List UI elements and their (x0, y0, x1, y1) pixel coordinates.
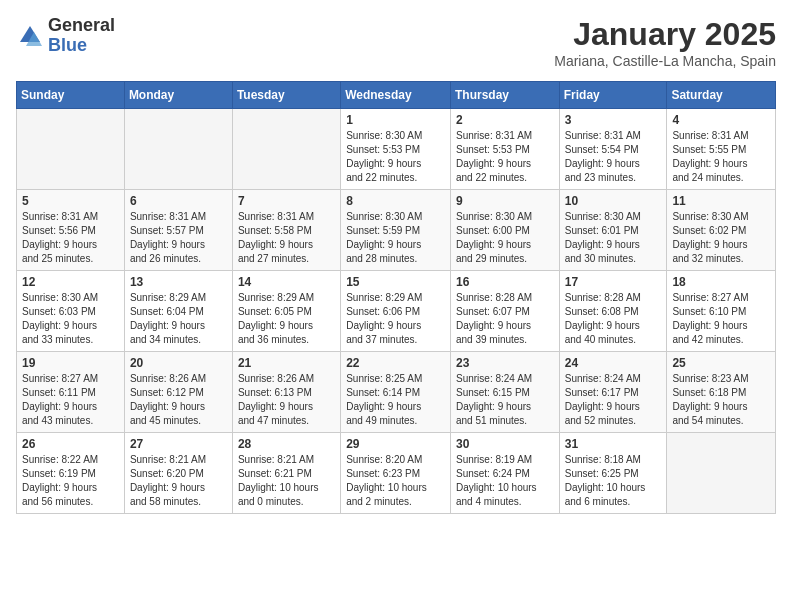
day-info: Sunrise: 8:31 AM Sunset: 5:55 PM Dayligh… (672, 129, 770, 185)
page: General Blue January 2025 Mariana, Casti… (0, 0, 792, 612)
column-header-tuesday: Tuesday (232, 82, 340, 109)
week-row-2: 5Sunrise: 8:31 AM Sunset: 5:56 PM Daylig… (17, 190, 776, 271)
logo-blue-text: Blue (48, 36, 115, 56)
day-cell: 1Sunrise: 8:30 AM Sunset: 5:53 PM Daylig… (341, 109, 451, 190)
day-cell: 21Sunrise: 8:26 AM Sunset: 6:13 PM Dayli… (232, 352, 340, 433)
month-title: January 2025 (554, 16, 776, 53)
day-number: 9 (456, 194, 554, 208)
day-info: Sunrise: 8:28 AM Sunset: 6:08 PM Dayligh… (565, 291, 662, 347)
day-cell: 26Sunrise: 8:22 AM Sunset: 6:19 PM Dayli… (17, 433, 125, 514)
column-header-sunday: Sunday (17, 82, 125, 109)
day-info: Sunrise: 8:30 AM Sunset: 6:02 PM Dayligh… (672, 210, 770, 266)
day-number: 18 (672, 275, 770, 289)
day-cell: 7Sunrise: 8:31 AM Sunset: 5:58 PM Daylig… (232, 190, 340, 271)
day-number: 27 (130, 437, 227, 451)
day-cell: 11Sunrise: 8:30 AM Sunset: 6:02 PM Dayli… (667, 190, 776, 271)
logo-text: General Blue (48, 16, 115, 56)
day-cell: 16Sunrise: 8:28 AM Sunset: 6:07 PM Dayli… (450, 271, 559, 352)
day-cell (124, 109, 232, 190)
day-number: 7 (238, 194, 335, 208)
day-cell (667, 433, 776, 514)
day-cell: 18Sunrise: 8:27 AM Sunset: 6:10 PM Dayli… (667, 271, 776, 352)
day-cell: 12Sunrise: 8:30 AM Sunset: 6:03 PM Dayli… (17, 271, 125, 352)
day-number: 17 (565, 275, 662, 289)
day-number: 31 (565, 437, 662, 451)
day-number: 3 (565, 113, 662, 127)
day-cell: 8Sunrise: 8:30 AM Sunset: 5:59 PM Daylig… (341, 190, 451, 271)
day-cell: 4Sunrise: 8:31 AM Sunset: 5:55 PM Daylig… (667, 109, 776, 190)
day-number: 14 (238, 275, 335, 289)
day-number: 4 (672, 113, 770, 127)
day-info: Sunrise: 8:21 AM Sunset: 6:20 PM Dayligh… (130, 453, 227, 509)
day-number: 13 (130, 275, 227, 289)
day-number: 1 (346, 113, 445, 127)
day-info: Sunrise: 8:19 AM Sunset: 6:24 PM Dayligh… (456, 453, 554, 509)
day-cell: 23Sunrise: 8:24 AM Sunset: 6:15 PM Dayli… (450, 352, 559, 433)
title-block: January 2025 Mariana, Castille-La Mancha… (554, 16, 776, 69)
day-info: Sunrise: 8:26 AM Sunset: 6:12 PM Dayligh… (130, 372, 227, 428)
day-info: Sunrise: 8:27 AM Sunset: 6:11 PM Dayligh… (22, 372, 119, 428)
day-cell: 15Sunrise: 8:29 AM Sunset: 6:06 PM Dayli… (341, 271, 451, 352)
day-number: 19 (22, 356, 119, 370)
day-cell (17, 109, 125, 190)
day-info: Sunrise: 8:26 AM Sunset: 6:13 PM Dayligh… (238, 372, 335, 428)
day-number: 23 (456, 356, 554, 370)
day-cell: 9Sunrise: 8:30 AM Sunset: 6:00 PM Daylig… (450, 190, 559, 271)
logo: General Blue (16, 16, 115, 56)
logo-general-text: General (48, 16, 115, 36)
day-number: 21 (238, 356, 335, 370)
day-info: Sunrise: 8:25 AM Sunset: 6:14 PM Dayligh… (346, 372, 445, 428)
day-info: Sunrise: 8:30 AM Sunset: 5:53 PM Dayligh… (346, 129, 445, 185)
day-number: 6 (130, 194, 227, 208)
day-cell (232, 109, 340, 190)
day-cell: 17Sunrise: 8:28 AM Sunset: 6:08 PM Dayli… (559, 271, 667, 352)
day-cell: 20Sunrise: 8:26 AM Sunset: 6:12 PM Dayli… (124, 352, 232, 433)
day-number: 8 (346, 194, 445, 208)
day-info: Sunrise: 8:24 AM Sunset: 6:17 PM Dayligh… (565, 372, 662, 428)
day-cell: 6Sunrise: 8:31 AM Sunset: 5:57 PM Daylig… (124, 190, 232, 271)
day-cell: 3Sunrise: 8:31 AM Sunset: 5:54 PM Daylig… (559, 109, 667, 190)
day-cell: 10Sunrise: 8:30 AM Sunset: 6:01 PM Dayli… (559, 190, 667, 271)
day-info: Sunrise: 8:29 AM Sunset: 6:04 PM Dayligh… (130, 291, 227, 347)
location-title: Mariana, Castille-La Mancha, Spain (554, 53, 776, 69)
day-info: Sunrise: 8:31 AM Sunset: 5:58 PM Dayligh… (238, 210, 335, 266)
day-cell: 29Sunrise: 8:20 AM Sunset: 6:23 PM Dayli… (341, 433, 451, 514)
day-info: Sunrise: 8:30 AM Sunset: 6:00 PM Dayligh… (456, 210, 554, 266)
day-number: 16 (456, 275, 554, 289)
day-info: Sunrise: 8:23 AM Sunset: 6:18 PM Dayligh… (672, 372, 770, 428)
day-number: 30 (456, 437, 554, 451)
day-info: Sunrise: 8:24 AM Sunset: 6:15 PM Dayligh… (456, 372, 554, 428)
day-number: 11 (672, 194, 770, 208)
week-row-4: 19Sunrise: 8:27 AM Sunset: 6:11 PM Dayli… (17, 352, 776, 433)
day-number: 29 (346, 437, 445, 451)
column-header-wednesday: Wednesday (341, 82, 451, 109)
day-info: Sunrise: 8:22 AM Sunset: 6:19 PM Dayligh… (22, 453, 119, 509)
day-info: Sunrise: 8:18 AM Sunset: 6:25 PM Dayligh… (565, 453, 662, 509)
day-cell: 30Sunrise: 8:19 AM Sunset: 6:24 PM Dayli… (450, 433, 559, 514)
week-row-1: 1Sunrise: 8:30 AM Sunset: 5:53 PM Daylig… (17, 109, 776, 190)
day-cell: 2Sunrise: 8:31 AM Sunset: 5:53 PM Daylig… (450, 109, 559, 190)
day-cell: 27Sunrise: 8:21 AM Sunset: 6:20 PM Dayli… (124, 433, 232, 514)
day-cell: 25Sunrise: 8:23 AM Sunset: 6:18 PM Dayli… (667, 352, 776, 433)
week-row-3: 12Sunrise: 8:30 AM Sunset: 6:03 PM Dayli… (17, 271, 776, 352)
day-number: 25 (672, 356, 770, 370)
day-number: 22 (346, 356, 445, 370)
day-cell: 19Sunrise: 8:27 AM Sunset: 6:11 PM Dayli… (17, 352, 125, 433)
day-info: Sunrise: 8:30 AM Sunset: 5:59 PM Dayligh… (346, 210, 445, 266)
column-header-saturday: Saturday (667, 82, 776, 109)
day-number: 15 (346, 275, 445, 289)
week-row-5: 26Sunrise: 8:22 AM Sunset: 6:19 PM Dayli… (17, 433, 776, 514)
day-info: Sunrise: 8:30 AM Sunset: 6:01 PM Dayligh… (565, 210, 662, 266)
day-cell: 28Sunrise: 8:21 AM Sunset: 6:21 PM Dayli… (232, 433, 340, 514)
logo-icon (16, 22, 44, 50)
header: General Blue January 2025 Mariana, Casti… (16, 16, 776, 69)
day-info: Sunrise: 8:31 AM Sunset: 5:54 PM Dayligh… (565, 129, 662, 185)
day-number: 20 (130, 356, 227, 370)
column-header-monday: Monday (124, 82, 232, 109)
day-info: Sunrise: 8:29 AM Sunset: 6:05 PM Dayligh… (238, 291, 335, 347)
column-header-friday: Friday (559, 82, 667, 109)
day-number: 12 (22, 275, 119, 289)
day-info: Sunrise: 8:31 AM Sunset: 5:57 PM Dayligh… (130, 210, 227, 266)
calendar-header-row: SundayMondayTuesdayWednesdayThursdayFrid… (17, 82, 776, 109)
day-cell: 14Sunrise: 8:29 AM Sunset: 6:05 PM Dayli… (232, 271, 340, 352)
